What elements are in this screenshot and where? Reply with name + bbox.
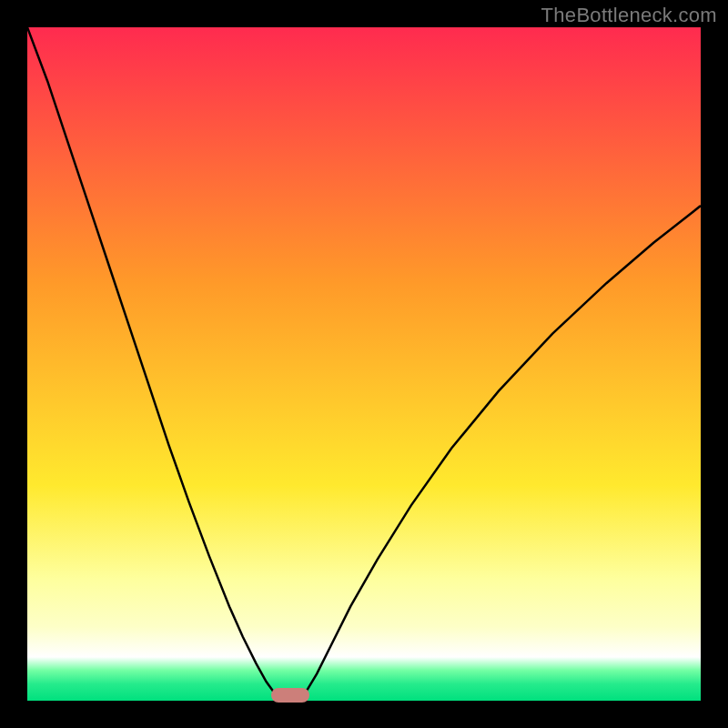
bottleneck-marker [271,688,309,703]
chart-frame: TheBottleneck.com [0,0,728,728]
watermark-text: TheBottleneck.com [541,4,717,27]
plot-area [27,27,701,701]
gradient-background [27,27,701,701]
plot-svg [27,27,701,701]
